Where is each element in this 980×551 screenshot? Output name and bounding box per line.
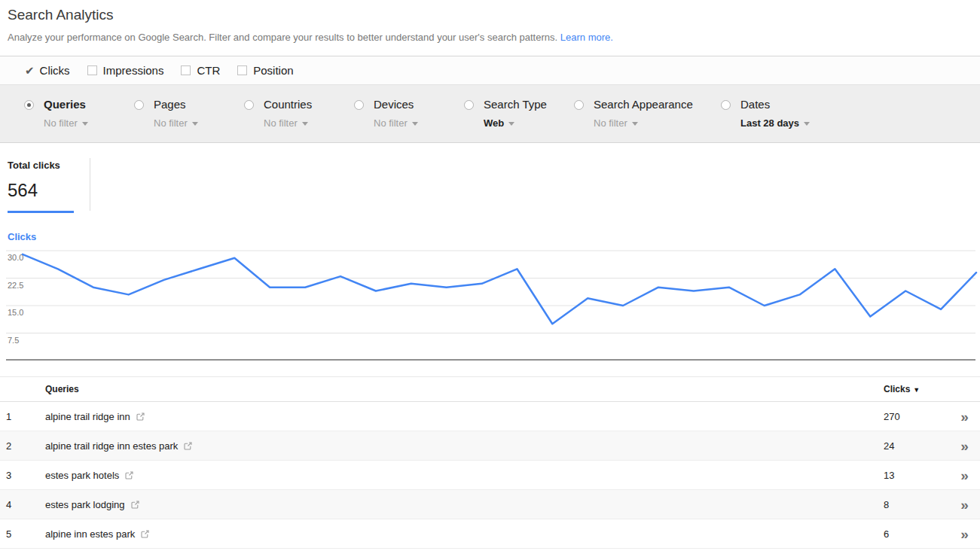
chevron-down-icon [192,122,198,126]
metric-checkbox-impressions[interactable]: Impressions [87,64,164,77]
filter-dropdown[interactable]: No filter [44,117,88,129]
chevron-down-icon [804,122,810,126]
queries-column-header: Queries [45,384,884,394]
query-link[interactable]: alpine trail ridge inn [45,411,130,422]
page-description: Analyze your performance on Google Searc… [8,32,972,43]
checkbox-icon [181,65,191,75]
page-description-text: Analyze your performance on Google Searc… [8,32,557,43]
double-chevron-right-icon[interactable]: » [960,438,969,454]
radio-icon[interactable] [464,100,474,110]
chevron-down-icon [508,122,514,126]
table-row: 3 estes park hotels 13 » [0,461,980,490]
chevron-down-icon [632,122,638,126]
y-tick-label: 7.5 [8,336,19,345]
total-clicks-card[interactable]: Total clicks 564 [8,160,980,213]
check-icon: ✔ [25,65,35,76]
selected-metric-underline [8,211,74,213]
y-tick-label: 30.0 [8,253,23,262]
clicks-series-line [23,254,976,324]
row-clicks: 6 [884,528,949,540]
total-clicks-label: Total clicks [8,160,980,171]
queries-table: Queries Clicks▼ 1 alpine trail ridge inn… [0,376,980,549]
query-link[interactable]: alpine trail ridge inn estes park [45,440,178,452]
dimension-radio-countries[interactable]: Countries No filter [244,98,354,142]
row-clicks: 24 [884,440,949,452]
chart-section: Clicks 30.022.515.07.5 [0,221,980,361]
query-link[interactable]: estes park lodging [45,499,125,510]
clicks-line-chart[interactable]: 30.022.515.07.5 [0,247,980,361]
query-link[interactable]: estes park hotels [45,470,119,481]
table-row: 1 alpine trail ridge inn 270 » [0,402,980,431]
dimension-radio-pages[interactable]: Pages No filter [134,98,244,142]
analytics-toolbar: ✔ Clicks Impressions CTR Position Querie… [0,56,980,143]
filter-value: Web [484,117,504,129]
dimensions-row: Queries No filter Pages No filter Countr… [0,84,980,143]
radio-icon[interactable] [244,100,254,110]
learn-more-link[interactable]: Learn more. [560,32,613,43]
row-rank: 1 [0,411,45,422]
metric-checkbox-ctr[interactable]: CTR [181,64,220,77]
double-chevron-right-icon[interactable]: » [960,409,969,425]
filter-dropdown[interactable]: No filter [154,117,198,129]
radio-icon[interactable] [134,100,144,110]
external-link-icon[interactable] [124,470,134,480]
external-link-icon[interactable] [140,529,150,539]
filter-value: No filter [594,117,627,129]
row-rank: 3 [0,470,45,481]
table-header-row: Queries Clicks▼ [0,376,980,402]
clicks-column-header[interactable]: Clicks▼ [884,384,949,394]
row-clicks: 270 [884,411,949,422]
y-tick-label: 22.5 [8,281,23,290]
filter-value: No filter [264,117,298,129]
metrics-row: ✔ Clicks Impressions CTR Position [0,56,980,84]
filter-value: No filter [44,117,78,129]
metric-label: Impressions [103,64,164,77]
page-title: Search Analytics [8,7,972,23]
table-row: 4 estes park lodging 8 » [0,490,980,519]
double-chevron-right-icon[interactable]: » [960,526,969,542]
radio-icon[interactable] [354,100,364,110]
dimension-radio-search-appearance[interactable]: Search Appearance No filter [574,98,721,142]
dimension-label: Pages [154,98,198,111]
filter-value: No filter [374,117,408,129]
filter-value: No filter [154,117,188,129]
metric-checkbox-clicks[interactable]: ✔ Clicks [25,64,70,77]
query-link[interactable]: alpine inn estes park [45,528,135,540]
dimension-label: Countries [264,98,312,111]
checkbox-icon [237,65,247,75]
filter-dropdown[interactable]: No filter [594,117,693,129]
dimension-label: Devices [374,98,418,111]
radio-icon[interactable] [721,100,731,110]
filter-dropdown[interactable]: No filter [374,117,418,129]
metric-checkbox-position[interactable]: Position [237,64,293,77]
table-row: 5 alpine inn estes park 6 » [0,519,980,549]
external-link-icon[interactable] [183,441,193,451]
dimension-radio-dates[interactable]: Dates Last 28 days [721,98,831,142]
sort-descending-icon: ▼ [913,386,920,394]
double-chevron-right-icon[interactable]: » [960,497,969,513]
dimension-radio-search-type[interactable]: Search Type Web [464,98,574,142]
external-link-icon[interactable] [130,500,140,510]
radio-icon[interactable] [574,100,584,110]
metric-label: Clicks [40,64,70,77]
filter-dropdown[interactable]: Web [484,117,547,129]
page-header: Search Analytics Analyze your performanc… [0,0,980,43]
dimension-radio-devices[interactable]: Devices No filter [354,98,464,142]
radio-selected-icon[interactable] [24,100,34,110]
row-clicks: 8 [884,499,949,510]
chevron-down-icon [302,122,308,126]
row-rank: 2 [0,440,45,452]
row-clicks: 13 [884,470,949,481]
dimension-label: Search Type [484,98,547,111]
row-rank: 5 [0,528,45,540]
dimension-radio-queries[interactable]: Queries No filter [24,98,134,142]
metric-label: CTR [197,64,220,77]
dimension-label: Queries [44,98,88,111]
vertical-divider [90,158,90,211]
chart-series-label: Clicks [0,231,980,242]
filter-dropdown[interactable]: Last 28 days [740,117,810,129]
filter-value: Last 28 days [740,117,799,129]
filter-dropdown[interactable]: No filter [264,117,312,129]
double-chevron-right-icon[interactable]: » [960,467,969,483]
external-link-icon[interactable] [136,412,145,422]
